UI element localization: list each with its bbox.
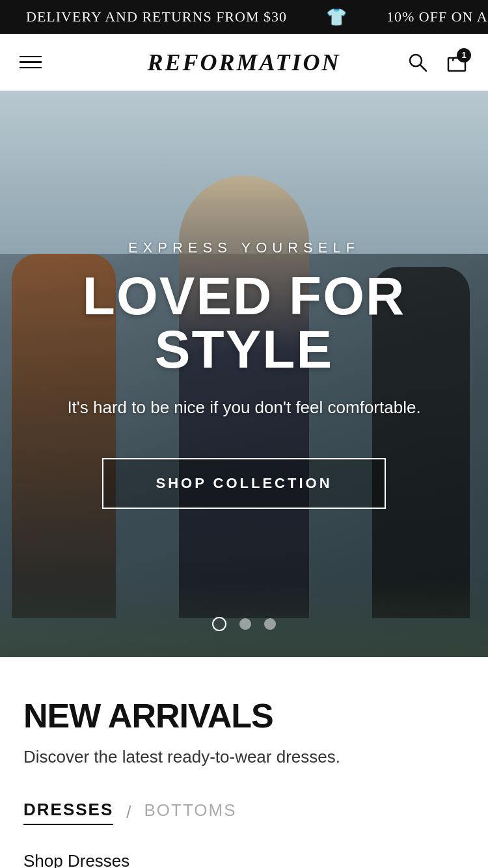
cart-badge: 1 — [457, 48, 471, 62]
carousel-dot-1[interactable] — [212, 617, 226, 631]
hero-title: LOVED FOR STYLE — [26, 269, 462, 376]
brand-logo[interactable]: REFORMATION — [147, 49, 340, 76]
shirt-icon: 👕 — [313, 7, 360, 27]
menu-button[interactable] — [20, 56, 42, 69]
category-tabs: DRESSES / BOTTOMS — [23, 800, 465, 825]
hero-subtitle: It's hard to be nice if you don't feel c… — [67, 396, 420, 419]
hero-section: EXPRESS YOURSELF LOVED FOR STYLE It's ha… — [0, 91, 488, 657]
svg-line-1 — [420, 65, 426, 71]
shop-collection-button[interactable]: SHOP COLLECTION — [102, 458, 385, 509]
hamburger-line-3 — [20, 67, 42, 69]
search-button[interactable] — [406, 51, 429, 74]
new-arrivals-subtitle: Discover the latest ready-to-wear dresse… — [23, 747, 465, 767]
hamburger-line-2 — [20, 61, 42, 63]
hero-content: EXPRESS YOURSELF LOVED FOR STYLE It's ha… — [0, 91, 488, 657]
new-arrivals-title: NEW ARRIVALS — [23, 696, 465, 735]
announcement-bar: DELIVERY AND RETURNS FROM $30 👕 10% OFF … — [0, 0, 488, 34]
announcement-text-2: 10% OFF ON ALL CLO — [360, 8, 488, 25]
header-left — [20, 56, 42, 69]
hero-eyebrow: EXPRESS YOURSELF — [128, 239, 360, 256]
shop-dresses-link[interactable]: Shop Dresses — [23, 851, 129, 868]
tab-separator: / — [126, 802, 131, 822]
header: REFORMATION 1 — [0, 34, 488, 91]
cart-button[interactable]: 1 — [445, 51, 468, 74]
header-right: 1 — [406, 51, 468, 74]
carousel-dot-2[interactable] — [239, 618, 251, 630]
announcement-content: DELIVERY AND RETURNS FROM $30 👕 10% OFF … — [0, 7, 488, 27]
tab-bottoms[interactable]: BOTTOMS — [144, 800, 237, 824]
hamburger-line-1 — [20, 56, 42, 58]
tab-dresses[interactable]: DRESSES — [23, 800, 113, 825]
carousel-dots — [212, 617, 276, 631]
new-arrivals-section: NEW ARRIVALS Discover the latest ready-t… — [0, 657, 488, 868]
announcement-text-1: DELIVERY AND RETURNS FROM $30 — [0, 8, 313, 25]
carousel-dot-3[interactable] — [264, 618, 276, 630]
